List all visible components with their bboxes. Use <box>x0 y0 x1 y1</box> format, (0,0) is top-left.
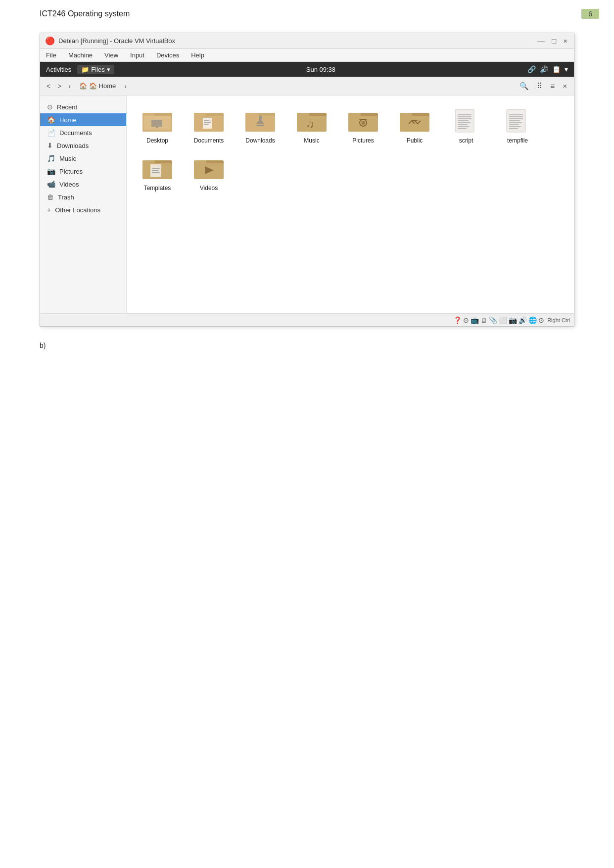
sidebar-item-trash[interactable]: 🗑 Trash <box>40 191 126 203</box>
statusbar-icon-2[interactable]: ⊙ <box>463 316 469 324</box>
music-folder-icon: ♫ <box>296 107 328 135</box>
statusbar-icon-4[interactable]: 🖥 <box>480 316 487 324</box>
file-item-downloads[interactable]: Downloads <box>236 103 284 147</box>
path-home[interactable]: 🏠 Home <box>89 82 116 90</box>
page-number: 6 <box>581 9 599 19</box>
tempfile-file-icon <box>502 107 533 135</box>
statusbar-icon-10[interactable]: ⊙ <box>538 316 544 324</box>
music-folder-svg: ♫ <box>297 109 327 134</box>
maximize-button[interactable]: □ <box>550 37 558 45</box>
minimize-button[interactable]: — <box>536 37 546 45</box>
public-label: Public <box>407 137 423 144</box>
sidebar-item-downloads[interactable]: ⬇ Downloads <box>40 139 126 152</box>
statusbar-icon-7[interactable]: 📷 <box>509 316 517 324</box>
menu-view[interactable]: View <box>102 50 120 60</box>
templates-folder-icon <box>142 155 173 183</box>
music-icon: 🎵 <box>47 154 55 162</box>
files-button[interactable]: 📁 Files ▾ <box>77 65 114 74</box>
templates-label: Templates <box>144 185 171 192</box>
statusbar-icon-5[interactable]: 📎 <box>489 316 497 324</box>
svg-rect-51 <box>509 124 519 125</box>
svg-rect-5 <box>156 127 158 128</box>
script-file-svg <box>453 108 480 134</box>
sidebar: ⊙ Recent 🏠 Home 📄 Documents ⬇ Downloads … <box>40 96 127 313</box>
menu-file[interactable]: File <box>44 50 58 60</box>
file-item-script[interactable]: script <box>442 103 490 147</box>
file-item-music[interactable]: ♫ Music <box>288 103 335 147</box>
file-item-public[interactable]: Public <box>391 103 438 147</box>
close-button[interactable]: × <box>562 37 569 45</box>
sidebar-item-pictures[interactable]: 📷 Pictures <box>40 165 126 178</box>
page-title: ICT246 Operating system <box>40 9 130 18</box>
svg-rect-48 <box>509 118 523 119</box>
forward-button[interactable]: > <box>55 81 64 92</box>
back-button[interactable]: < <box>44 81 53 92</box>
sidebar-item-other-locations[interactable]: + Other Locations <box>40 203 126 216</box>
files-icon: 📁 <box>81 66 89 73</box>
svg-rect-43 <box>458 128 467 129</box>
statusbar-icon-1[interactable]: ❓ <box>453 316 462 324</box>
topbar-left: Activities 📁 Files ▾ <box>46 65 114 74</box>
sidebar-label-recent: Recent <box>57 103 77 111</box>
topbar-menu-arrow[interactable]: ▾ <box>565 65 568 73</box>
svg-rect-61 <box>152 172 160 173</box>
sidebar-item-recent[interactable]: ⊙ Recent <box>40 100 126 113</box>
up-button[interactable]: ‹ <box>66 81 73 92</box>
file-toolbar: < > ‹ 🏠 🏠 Home › 🔍 ⠿ ≡ × <box>40 77 574 96</box>
desktop-folder-icon <box>142 107 173 135</box>
statusbar-icons: ❓ ⊙ 📺 🖥 📎 ⬜ 📷 🔊 🌐 ⊙ Right Ctrl <box>453 316 570 324</box>
public-folder-icon <box>399 107 430 135</box>
home-sidebar-icon: 🏠 <box>47 116 55 124</box>
file-item-documents[interactable]: Documents <box>185 103 233 147</box>
grid-view-button[interactable]: ⠿ <box>534 80 545 92</box>
svg-rect-39 <box>458 120 469 121</box>
menu-input[interactable]: Input <box>128 50 146 60</box>
svg-rect-29 <box>359 119 367 120</box>
file-item-tempfile[interactable]: tempfile <box>494 103 541 147</box>
statusbar: ❓ ⊙ 📺 🖥 📎 ⬜ 📷 🔊 🌐 ⊙ Right Ctrl <box>40 313 574 326</box>
main-area: ⊙ Recent 🏠 Home 📄 Documents ⬇ Downloads … <box>40 96 574 313</box>
file-item-videos[interactable]: Videos <box>185 151 233 194</box>
sidebar-item-videos[interactable]: 📹 Videos <box>40 178 126 191</box>
svg-rect-12 <box>204 124 209 125</box>
svg-rect-40 <box>458 122 471 123</box>
volume-icon: 🔊 <box>540 65 548 73</box>
downloads-icon: ⬇ <box>47 142 53 149</box>
titlebar-text: Debian [Running] - Oracle VM VirtualBox <box>58 37 175 45</box>
titlebar: 🔴 Debian [Running] - Oracle VM VirtualBo… <box>40 33 574 49</box>
documents-folder-svg <box>194 109 224 134</box>
menu-help[interactable]: Help <box>189 50 206 60</box>
activities-button[interactable]: Activities <box>46 66 71 73</box>
file-item-pictures[interactable]: Pictures <box>339 103 387 147</box>
svg-rect-52 <box>509 126 521 127</box>
svg-rect-60 <box>152 170 159 171</box>
path-arrow[interactable]: › <box>122 81 129 92</box>
svg-rect-19 <box>256 125 264 126</box>
file-item-desktop[interactable]: Desktop <box>134 103 181 147</box>
statusbar-icon-8[interactable]: 🔊 <box>519 316 527 324</box>
sidebar-label-home: Home <box>59 116 77 124</box>
page-header: ICT246 Operating system 6 <box>0 0 614 24</box>
menu-devices[interactable]: Devices <box>154 50 181 60</box>
pictures-folder-svg <box>348 109 378 134</box>
svg-rect-59 <box>152 168 160 169</box>
recent-icon: ⊙ <box>47 103 53 111</box>
svg-rect-42 <box>458 126 470 127</box>
statusbar-icon-9[interactable]: 🌐 <box>528 316 537 324</box>
templates-folder-svg <box>142 156 172 181</box>
downloads-folder-icon <box>244 107 276 135</box>
list-view-button[interactable]: ≡ <box>547 80 558 92</box>
menu-machine[interactable]: Machine <box>66 50 94 60</box>
search-button[interactable]: 🔍 <box>517 80 532 92</box>
sidebar-item-home[interactable]: 🏠 Home <box>40 113 126 126</box>
sidebar-item-music[interactable]: 🎵 Music <box>40 152 126 165</box>
svg-rect-37 <box>458 116 472 117</box>
documents-icon: 📄 <box>47 129 55 137</box>
statusbar-icon-3[interactable]: 📺 <box>471 316 479 324</box>
svg-rect-53 <box>509 128 518 129</box>
statusbar-icon-6[interactable]: ⬜ <box>499 316 507 324</box>
documents-folder-icon <box>193 107 225 135</box>
sidebar-item-documents[interactable]: 📄 Documents <box>40 126 126 139</box>
toolbar-close-button[interactable]: × <box>560 80 570 92</box>
file-item-templates[interactable]: Templates <box>134 151 181 194</box>
